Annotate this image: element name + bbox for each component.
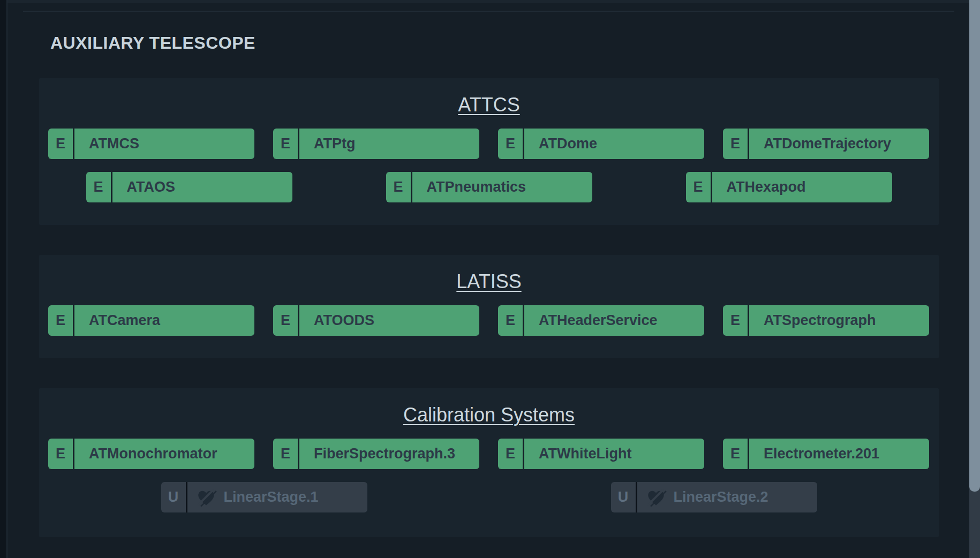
group-panel-latiss: LATISSEATCameraEATOODSEATHeaderServiceEA… [39, 255, 939, 358]
group-panel-calibration: Calibration SystemsEATMonochromatorEFibe… [39, 388, 939, 537]
csc-row: ULinearStage.1ULinearStage.2 [39, 482, 939, 512]
csc-row: EATMCSEATPtgEATDomeEATDomeTrajectory [39, 129, 939, 159]
top-divider [23, 11, 954, 12]
state-badge: E [498, 129, 524, 159]
csc-button-LinearStage.2[interactable]: ULinearStage.2 [611, 482, 817, 512]
heart-slash-icon [195, 482, 217, 512]
state-badge: E [273, 305, 299, 336]
csc-row: EATAOSEATPneumaticsEATHexapod [39, 172, 939, 202]
csc-name: ATWhiteLight [524, 439, 631, 469]
csc-name: ATMonochromator [74, 439, 217, 469]
csc-button-ATAOS[interactable]: EATAOS [86, 172, 292, 202]
state-badge: E [48, 439, 74, 469]
csc-button-ATCamera[interactable]: EATCamera [48, 305, 254, 336]
group-panel-attcs: ATTCSEATMCSEATPtgEATDomeEATDomeTrajector… [39, 78, 939, 225]
left-edge-strip [0, 0, 7, 558]
csc-button-ATMonochromator[interactable]: EATMonochromator [48, 439, 254, 469]
csc-name: ATDome [524, 129, 597, 159]
csc-name: ATSpectrograph [749, 305, 876, 336]
csc-name: ATAOS [112, 172, 176, 202]
csc-groups: ATTCSEATMCSEATPtgEATDomeEATDomeTrajector… [39, 78, 939, 537]
state-badge: E [48, 305, 74, 336]
csc-name: ATPtg [299, 129, 355, 159]
csc-button-ATWhiteLight[interactable]: EATWhiteLight [498, 439, 704, 469]
csc-button-ATMCS[interactable]: EATMCS [48, 129, 254, 159]
csc-name: ATCamera [74, 305, 160, 336]
state-badge: E [498, 439, 524, 469]
csc-button-FiberSpectrograph.3[interactable]: EFiberSpectrograph.3 [273, 439, 479, 469]
heart-slash-icon [645, 482, 667, 512]
csc-name: Electrometer.201 [749, 439, 879, 469]
state-badge: E [498, 305, 524, 336]
csc-button-ATHeaderService[interactable]: EATHeaderService [498, 305, 704, 336]
csc-row: EATCameraEATOODSEATHeaderServiceEATSpect… [39, 305, 939, 336]
csc-button-LinearStage.1[interactable]: ULinearStage.1 [161, 482, 367, 512]
csc-button-ATHexapod[interactable]: EATHexapod [686, 172, 892, 202]
state-badge: E [723, 439, 749, 469]
csc-name: LinearStage.1 [217, 482, 319, 512]
state-badge: E [86, 172, 112, 202]
state-badge: E [686, 172, 712, 202]
csc-button-ATDome[interactable]: EATDome [498, 129, 704, 159]
csc-name: ATHexapod [712, 172, 806, 202]
group-rows: EATCameraEATOODSEATHeaderServiceEATSpect… [39, 305, 939, 336]
group-header-calibration: Calibration Systems [39, 403, 939, 427]
csc-row: EATMonochromatorEFiberSpectrograph.3EATW… [39, 439, 939, 469]
csc-name: LinearStage.2 [667, 482, 768, 512]
page-title: AUXILIARY TELESCOPE [50, 33, 255, 53]
state-badge: E [723, 305, 749, 336]
csc-name: FiberSpectrograph.3 [299, 439, 455, 469]
csc-button-ATDomeTrajectory[interactable]: EATDomeTrajectory [723, 129, 929, 159]
csc-name: ATPneumatics [412, 172, 526, 202]
group-rows: EATMCSEATPtgEATDomeEATDomeTrajectoryEATA… [39, 129, 939, 202]
state-badge: E [273, 129, 299, 159]
group-rows: EATMonochromatorEFiberSpectrograph.3EATW… [39, 439, 939, 512]
state-badge: E [386, 172, 412, 202]
csc-button-ATOODS[interactable]: EATOODS [273, 305, 479, 336]
csc-name: ATHeaderService [524, 305, 658, 336]
state-badge: E [723, 129, 749, 159]
csc-name: ATOODS [299, 305, 374, 336]
group-header-attcs: ATTCS [39, 93, 939, 117]
csc-button-ATPtg[interactable]: EATPtg [273, 129, 479, 159]
scrollbar-thumb[interactable] [969, 0, 980, 492]
csc-name: ATDomeTrajectory [749, 129, 891, 159]
scrollbar-track[interactable] [969, 0, 980, 558]
state-badge: U [611, 482, 637, 512]
csc-name: ATMCS [74, 129, 139, 159]
csc-button-ATPneumatics[interactable]: EATPneumatics [386, 172, 592, 202]
state-badge: E [273, 439, 299, 469]
csc-button-Electrometer.201[interactable]: EElectrometer.201 [723, 439, 929, 469]
state-badge: E [48, 129, 74, 159]
csc-summary-page: AUXILIARY TELESCOPE ATTCSEATMCSEATPtgEAT… [0, 0, 980, 558]
state-badge: U [161, 482, 187, 512]
group-header-latiss: LATISS [39, 270, 939, 293]
csc-button-ATSpectrograph[interactable]: EATSpectrograph [723, 305, 929, 336]
top-strip [7, 0, 969, 3]
